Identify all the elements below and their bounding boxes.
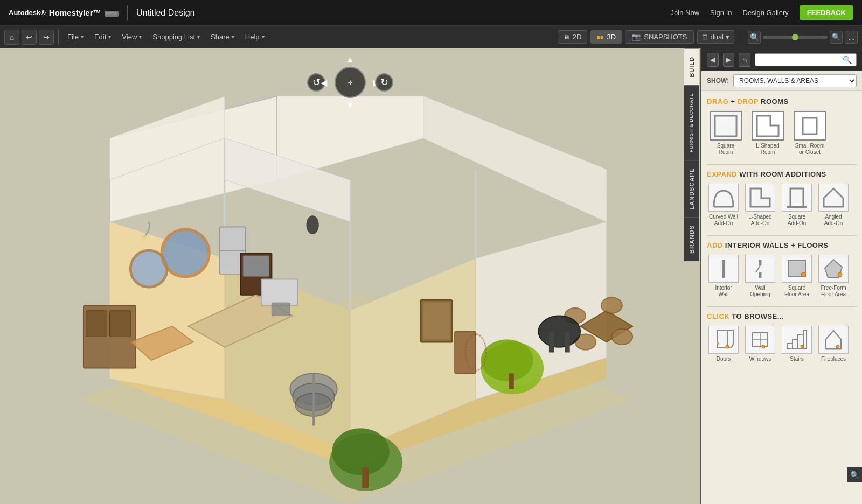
- svg-point-88: [836, 345, 839, 348]
- toolbar-separator-2: [739, 30, 739, 45]
- shopping-list-menu[interactable]: Shopping List ▾: [148, 31, 204, 43]
- panel-home-button[interactable]: ⌂: [739, 53, 750, 67]
- home-button[interactable]: ⌂: [4, 30, 19, 45]
- windows-item[interactable]: Windows: [743, 326, 777, 362]
- svg-point-76: [726, 345, 729, 348]
- logo-divider: [127, 5, 128, 20]
- svg-rect-82: [793, 339, 798, 349]
- nav-up-button[interactable]: ▲: [346, 55, 354, 65]
- help-menu[interactable]: Help ▾: [241, 31, 269, 43]
- freeform-floor-label: Free-FormFloor Area: [821, 285, 846, 298]
- drag-text: DRAG: [707, 97, 728, 106]
- drag-rooms-title: DRAG + DROP ROOMS: [707, 97, 857, 106]
- fireplaces-item[interactable]: Fireplaces: [817, 326, 850, 362]
- svg-rect-41: [509, 373, 514, 389]
- freeform-floor-item[interactable]: Free-FormFloor Area: [817, 255, 850, 298]
- view-menu[interactable]: View ▾: [117, 31, 146, 43]
- square-addon-label: SquareAdd-On: [788, 214, 806, 227]
- nav-widget: ↺ ✛ ▲ ▼ ◀ ▶ ↻: [307, 58, 393, 107]
- share-menu[interactable]: Share ▾: [206, 31, 239, 43]
- canvas-area[interactable]: ↺ ✛ ▲ ▼ ◀ ▶ ↻: [0, 48, 700, 504]
- nav-left-button[interactable]: ◀: [321, 78, 327, 88]
- zoom-in-button[interactable]: 🔍: [830, 31, 843, 44]
- svg-point-75: [717, 342, 719, 345]
- join-now-link[interactable]: Join Now: [671, 9, 699, 17]
- svg-point-80: [762, 345, 765, 348]
- view-3d-button[interactable]: ■■ 3D: [590, 30, 622, 44]
- wall-opening-shape: [745, 255, 775, 283]
- snapshots-button[interactable]: 📷 SNAPSHOTS: [625, 30, 694, 44]
- panel-back-button[interactable]: ◀: [707, 53, 719, 67]
- cube-icon: ■■: [596, 34, 603, 40]
- svg-point-53: [141, 234, 147, 241]
- undo-button[interactable]: ↩: [22, 30, 37, 45]
- view-2d-button[interactable]: 🖥 2D: [558, 30, 588, 44]
- expand-additions-title: EXPAND WITH ROOM ADDITIONS: [707, 170, 857, 178]
- doors-label: Doors: [717, 356, 731, 362]
- zoom-handle[interactable]: [792, 34, 798, 40]
- stairs-item[interactable]: Stairs: [780, 326, 814, 362]
- square-addon-item[interactable]: SquareAdd-On: [780, 184, 814, 227]
- panel-magnifier-button[interactable]: 🔍: [847, 467, 862, 482]
- show-select[interactable]: ROOMS, WALLS & AREAS FLOORS FURNITURE: [733, 74, 857, 87]
- svg-rect-31: [261, 279, 298, 306]
- main-area: ↺ ✛ ▲ ▼ ◀ ▶ ↻: [0, 48, 862, 504]
- curved-wall-shape: [708, 184, 739, 212]
- panel-search-icon[interactable]: 🔍: [843, 55, 852, 64]
- panel-forward-button[interactable]: ▶: [723, 53, 735, 67]
- drag-rooms-grid: SquareRoom L-ShapedRoom: [707, 111, 857, 156]
- help-menu-arrow: ▾: [262, 34, 265, 40]
- zoom-slider[interactable]: [763, 36, 828, 39]
- svg-rect-51: [423, 303, 450, 339]
- furnish-tab[interactable]: FURNISH & DECORATE: [684, 85, 699, 160]
- edit-menu[interactable]: Edit ▾: [90, 31, 115, 43]
- house-3d-view: [0, 75, 700, 504]
- square-room-item[interactable]: SquareRoom: [707, 111, 745, 156]
- shopping-menu-arrow: ▾: [197, 34, 200, 40]
- l-shaped-room-item[interactable]: L-ShapedRoom: [749, 111, 787, 156]
- square-floor-item[interactable]: SquareFloor Area: [780, 255, 814, 298]
- panel-search-box[interactable]: 🔍: [755, 53, 857, 66]
- small-room-label: Small Roomor Closet: [795, 143, 824, 156]
- svg-rect-63: [790, 188, 803, 207]
- file-menu[interactable]: File ▾: [63, 31, 88, 43]
- svg-point-45: [601, 298, 622, 313]
- curved-wall-item[interactable]: Curved WallAdd-On: [707, 184, 740, 227]
- nav-down-button[interactable]: ▼: [346, 100, 354, 110]
- expand-additions-grid: Curved WallAdd-On L-ShapedAdd-On: [707, 184, 857, 227]
- svg-line-69: [756, 265, 760, 272]
- wall-opening-item[interactable]: WallOpening: [743, 255, 777, 298]
- svg-rect-48: [549, 332, 554, 353]
- zoom-out-button[interactable]: 🔍: [748, 31, 761, 44]
- small-room-shape: [794, 111, 826, 141]
- svg-point-22: [162, 229, 209, 276]
- fullscreen-button[interactable]: ⛶: [845, 31, 858, 44]
- interior-wall-shape: [708, 255, 739, 283]
- angled-addon-item[interactable]: AngledAdd-On: [817, 184, 850, 227]
- brands-tab[interactable]: BRANDS: [684, 217, 699, 261]
- panel-header: ◀ ▶ ⌂ 🔍: [701, 48, 862, 71]
- l-shaped-room-shape: [752, 111, 784, 141]
- windows-label: Windows: [749, 356, 771, 362]
- small-room-item[interactable]: Small Roomor Closet: [791, 111, 829, 156]
- camera-icon: 📷: [632, 33, 641, 41]
- doors-item[interactable]: Doors: [707, 326, 740, 362]
- l-addon-item[interactable]: L-ShapedAdd-On: [743, 184, 777, 227]
- build-tab[interactable]: BUILD: [684, 48, 699, 85]
- svg-point-85: [801, 345, 804, 348]
- svg-point-52: [306, 215, 318, 234]
- svg-marker-59: [757, 116, 778, 136]
- landscape-tab[interactable]: LANDSCAPE: [684, 160, 699, 217]
- stairs-label: Stairs: [790, 356, 804, 362]
- feedback-button[interactable]: FEEDBACK: [800, 5, 853, 20]
- interior-wall-item[interactable]: InteriorWall: [707, 255, 740, 298]
- svg-rect-38: [362, 467, 369, 488]
- show-label: SHOW:: [707, 77, 729, 85]
- sign-in-link[interactable]: Sign In: [710, 9, 732, 17]
- monitor-icon: 🖥: [564, 34, 569, 40]
- rotate-right-button[interactable]: ↻: [375, 73, 393, 92]
- redo-button[interactable]: ↪: [39, 30, 54, 45]
- design-gallery-link[interactable]: Design Gallery: [743, 9, 789, 17]
- dual-button[interactable]: ⊡ dual ▾: [697, 30, 734, 44]
- panel-search-input[interactable]: [760, 56, 840, 64]
